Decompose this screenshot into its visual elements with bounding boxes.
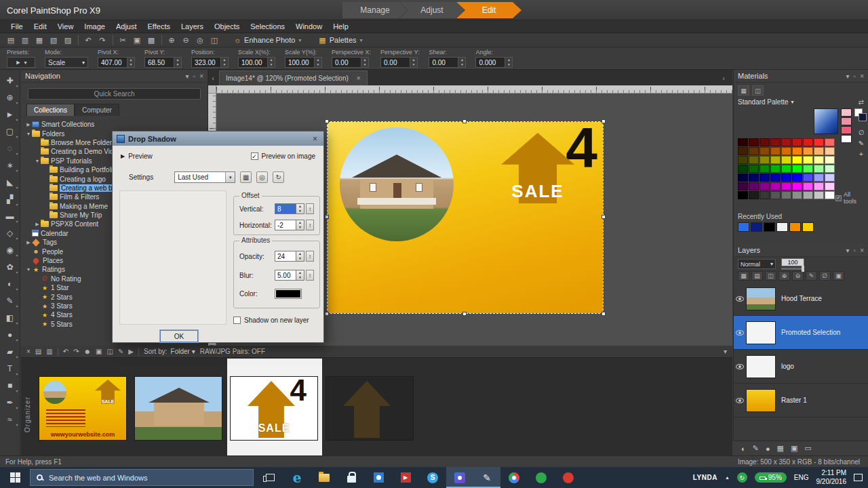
color-swatch[interactable]: [825, 138, 835, 146]
rotate-left-icon[interactable]: ↶: [63, 348, 68, 355]
color-swatch[interactable]: [738, 191, 748, 199]
color-swatch[interactable]: [738, 165, 748, 173]
numeric-input[interactable]: 0.00: [380, 57, 410, 68]
organizer-thumbnail[interactable]: [132, 359, 226, 455]
dot-icon[interactable]: ●: [766, 445, 770, 453]
layer-visibility-icon[interactable]: [736, 296, 744, 302]
delete-layer-icon[interactable]: ▣: [833, 271, 844, 281]
grid-icon[interactable]: ▦: [777, 444, 784, 453]
preview-expander-icon[interactable]: ▶: [121, 153, 125, 159]
swap-colors-icon[interactable]: ⇄: [859, 98, 864, 106]
document-tab-close-icon[interactable]: ×: [357, 75, 361, 82]
gradient-swatch[interactable]: [814, 108, 838, 134]
thumbnail-view-icon[interactable]: ▤: [35, 348, 41, 355]
expander-icon[interactable]: ▶: [25, 122, 32, 127]
taskbar-edge[interactable]: e: [283, 467, 311, 488]
thumbnail-sale-logo[interactable]: 4SALE: [230, 376, 318, 441]
presets-button[interactable]: ►▾: [7, 57, 35, 68]
taskbar-task-view[interactable]: [256, 467, 283, 488]
action-center-icon[interactable]: [854, 474, 863, 481]
menu-selections[interactable]: Selections: [245, 21, 290, 32]
color-swatch[interactable]: [803, 182, 813, 190]
menu-objects[interactable]: Objects: [209, 21, 245, 32]
color-swatch[interactable]: [792, 174, 802, 182]
spinner-icon[interactable]: ▲▼: [268, 57, 275, 68]
clone-tool[interactable]: ◐▾: [2, 276, 18, 291]
share-icon[interactable]: ◫: [107, 348, 113, 355]
edit-selection-icon[interactable]: ✎: [806, 271, 817, 281]
freehand-selection-tool[interactable]: ◌▾: [2, 140, 18, 156]
panel-float-icon[interactable]: ▫: [854, 247, 856, 254]
fill-tool[interactable]: ◧▾: [2, 310, 18, 325]
duplicate-layer-icon[interactable]: ⊕: [778, 271, 790, 281]
spinner-icon[interactable]: ▲▼: [315, 57, 322, 68]
dropper-tool[interactable]: ◣▾: [2, 174, 18, 190]
color-swatch[interactable]: [770, 138, 781, 146]
color-swatch[interactable]: [825, 156, 835, 164]
color-swatch[interactable]: [781, 165, 791, 173]
taskbar-browser[interactable]: [528, 467, 555, 488]
spinner-icon[interactable]: ▲▼: [174, 57, 182, 68]
numeric-input[interactable]: 407.00: [98, 57, 127, 68]
spinner-icon[interactable]: ▲▼: [127, 57, 135, 68]
recent-color-swatch[interactable]: [789, 222, 801, 232]
spinner-icon[interactable]: ▲▼: [361, 57, 369, 68]
pen-tool[interactable]: ✒▾: [2, 394, 18, 410]
language-indicator[interactable]: ENG: [794, 474, 809, 481]
color-swatch[interactable]: [792, 156, 802, 164]
raw-jpg-toggle[interactable]: RAW/JPG Pairs: OFF: [200, 348, 265, 355]
merge-layer-icon[interactable]: ⊖: [792, 271, 804, 281]
trash-icon[interactable]: ▭: [804, 444, 811, 453]
add-swatch-icon[interactable]: +: [859, 150, 863, 158]
layer-visibility-icon[interactable]: [736, 364, 744, 369]
color-swatch[interactable]: [803, 138, 813, 146]
thumbnail-dark[interactable]: [326, 376, 414, 441]
blend-mode-select[interactable]: Normal▾: [738, 259, 776, 269]
organizer-collapse-icon[interactable]: ▾: [724, 348, 727, 355]
color-swatch[interactable]: [760, 182, 770, 190]
menu-layers[interactable]: Layers: [176, 21, 209, 32]
panel-menu-icon[interactable]: ▾: [846, 247, 850, 254]
swatch-icon[interactable]: ▣: [791, 444, 797, 453]
lock-transparency-icon[interactable]: ∅: [819, 271, 831, 281]
color-swatch[interactable]: [825, 182, 835, 190]
color-swatch[interactable]: [792, 147, 802, 155]
color-swatch[interactable]: [814, 174, 824, 182]
all-tools-option[interactable]: All tools: [835, 191, 864, 205]
pick-tool[interactable]: ►▾: [2, 106, 18, 122]
color-swatch[interactable]: [749, 182, 759, 190]
color-swatch[interactable]: [825, 165, 835, 173]
open-file-icon[interactable]: ▥: [18, 35, 32, 46]
color-swatch[interactable]: [738, 174, 748, 182]
layer-visibility-icon[interactable]: [736, 330, 744, 336]
selection-handle[interactable]: [601, 215, 606, 219]
straighten-tool[interactable]: ▬▾: [2, 208, 18, 224]
dialog-close-icon[interactable]: ×: [311, 134, 319, 144]
shadow-color-swatch[interactable]: [275, 289, 302, 299]
color-swatch[interactable]: [803, 165, 813, 173]
color-swatch[interactable]: [781, 147, 791, 155]
color-swatch[interactable]: [803, 174, 813, 182]
recent-color-swatch[interactable]: [738, 222, 749, 232]
new-group-icon[interactable]: ◫: [765, 271, 776, 281]
layer-row[interactable]: logo: [734, 350, 868, 384]
horizontal-offset-input[interactable]: -2▲▼: [275, 220, 304, 230]
tray-expand-icon[interactable]: ▲: [725, 475, 730, 480]
taskbar-store[interactable]: [338, 467, 365, 488]
layer-row[interactable]: Promoted Selection: [734, 316, 868, 350]
color-swatch[interactable]: [760, 174, 770, 182]
nav-tab-collections[interactable]: Collections: [26, 104, 75, 116]
slideshow-icon[interactable]: ▶: [128, 348, 134, 355]
color-swatch[interactable]: [770, 165, 781, 173]
color-swatch[interactable]: [760, 165, 770, 173]
document-tab[interactable]: Image14* @ 120% (Promoted Selection) ×: [219, 70, 368, 85]
selection-handle[interactable]: [462, 119, 467, 123]
color-swatch[interactable]: [760, 156, 770, 164]
expander-icon[interactable]: ▼: [25, 267, 32, 272]
selection-handle[interactable]: [325, 215, 329, 219]
eraser-tool[interactable]: ▰▾: [2, 344, 18, 359]
color-swatch[interactable]: [738, 182, 748, 190]
sync-tray-icon[interactable]: ↻: [737, 472, 747, 483]
brush-icon[interactable]: ✎: [753, 444, 759, 453]
selection-tool[interactable]: ▢▾: [2, 123, 18, 139]
